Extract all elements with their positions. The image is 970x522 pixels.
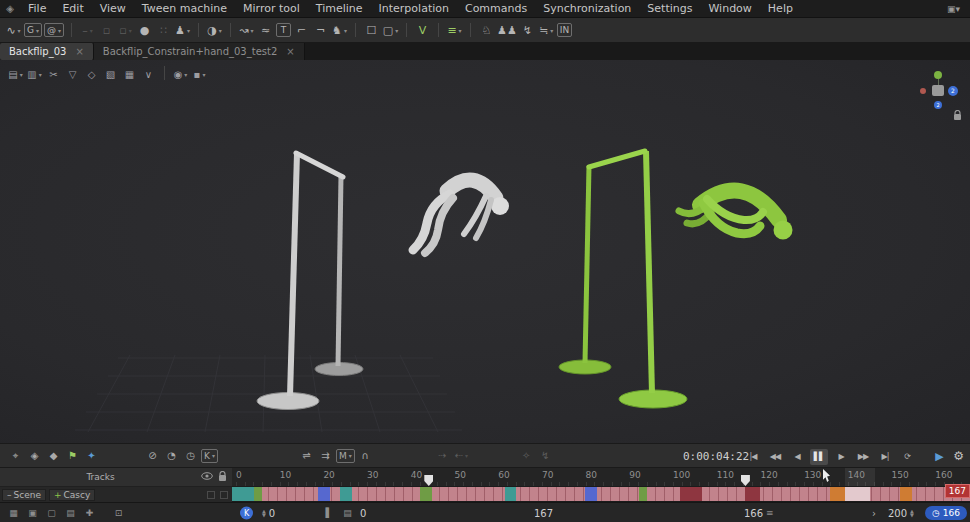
interpolation-tool-icon[interactable]: ≒	[538, 22, 555, 39]
mirror-mode-icon[interactable]: M	[336, 449, 355, 463]
expand-icon[interactable]: ⊡	[110, 504, 127, 521]
gizmo-x-axis-dot[interactable]	[920, 88, 926, 94]
add-track-icon[interactable]: ▦	[5, 504, 22, 521]
tab-close-icon[interactable]: ×	[286, 46, 294, 57]
autokey-icon[interactable]: K	[201, 449, 218, 463]
scene-canvas[interactable]	[0, 60, 970, 443]
step-forward-button[interactable]: ▶	[832, 449, 850, 465]
playhead-marker[interactable]	[424, 475, 433, 486]
interp-bezier-icon[interactable]: ⇉	[317, 447, 334, 464]
character-mode-icon[interactable]: ♟	[174, 22, 191, 39]
selection-box-icon[interactable]: ☐	[363, 22, 380, 39]
menu-item[interactable]: Timeline	[308, 0, 371, 18]
secondary-field[interactable]: 0	[360, 507, 366, 518]
track-list-icon[interactable]: ▤	[62, 504, 79, 521]
timer-icon[interactable]: ◷	[182, 447, 199, 464]
range-start-stepper[interactable]: ▲▼	[262, 509, 266, 517]
filter-icon[interactable]: ▽	[64, 66, 81, 83]
polygon-tool-icon[interactable]: ◇	[83, 66, 100, 83]
gizmo-axis-badge[interactable]: 2	[934, 101, 942, 109]
mesh-visibility-icon[interactable]: ▧	[102, 66, 119, 83]
gizmo-z-axis-badge[interactable]: 2	[948, 86, 958, 96]
expand-icon[interactable]: +	[54, 490, 62, 500]
loop-toggle-button[interactable]: ⟳	[898, 449, 916, 465]
angle-snap-icon[interactable]: ⌐	[293, 22, 310, 39]
center-selection-icon[interactable]: ⌖	[7, 447, 24, 464]
track-solo-toggle[interactable]	[220, 491, 228, 499]
rig-mode-icon[interactable]: ≡	[446, 22, 463, 39]
fixation-alt-icon[interactable]: ▫	[117, 22, 134, 39]
go-to-start-button[interactable]: |◀	[744, 449, 762, 465]
autokey-indicator[interactable]: K	[240, 506, 253, 519]
step-back-button[interactable]: ◀	[788, 449, 806, 465]
display-board-icon[interactable]: ▤	[7, 66, 24, 83]
menu-item[interactable]: Mirror tool	[235, 0, 308, 18]
menu-item[interactable]: Synchronization	[535, 0, 639, 18]
tab-backflip-constrain[interactable]: Backflip_Constrain+hand_03_test2 ×	[94, 43, 305, 60]
disable-interval-icon[interactable]: ⊘	[144, 447, 161, 464]
animation-cycle-icon[interactable]: ♞	[331, 22, 348, 39]
autoposing-icon[interactable]: @	[44, 23, 64, 37]
ik-visibility-icon[interactable]: V	[414, 22, 431, 39]
play-button[interactable]: ▶	[930, 449, 948, 465]
trajectory-icon[interactable]: ↝	[238, 22, 255, 39]
tab-backflip-03[interactable]: Backflip_03 ×	[0, 43, 94, 60]
gizmo-center-cube[interactable]	[932, 85, 944, 96]
cut-tool-icon[interactable]: ✂	[45, 66, 62, 83]
ghost-forward-icon[interactable]: ⇢	[434, 447, 451, 464]
track-mute-toggle[interactable]	[207, 491, 215, 499]
text-tool-icon[interactable]: T	[276, 23, 291, 37]
track-visibility-icon[interactable]: ▣	[24, 504, 41, 521]
clip-icon[interactable]: ▤	[339, 504, 356, 521]
menu-item[interactable]: Settings	[639, 0, 700, 18]
ghost-mode-icon[interactable]: G	[24, 23, 42, 37]
ghost-back-icon[interactable]: ⇠	[453, 447, 470, 464]
menu-item[interactable]: Commands	[457, 0, 535, 18]
menu-item[interactable]: File	[20, 0, 54, 18]
menu-item[interactable]: View	[92, 0, 134, 18]
prev-keyframe-button[interactable]: ◀◀	[766, 449, 784, 465]
end-frame-menu-icon[interactable]: ≡	[766, 508, 774, 518]
pose-jump-icon[interactable]: ♘	[478, 22, 495, 39]
audio-icon[interactable]: ∩	[357, 447, 374, 464]
advance-arrow-icon[interactable]: ›	[872, 507, 876, 518]
angle-snap-alt-icon[interactable]: ¬	[312, 22, 329, 39]
current-frame-field[interactable]: 167	[534, 507, 553, 518]
magnet-icon[interactable]: ↯	[537, 447, 554, 464]
next-keyframe-button[interactable]: ▶▶	[854, 449, 872, 465]
gizmo-y-axis-dot[interactable]	[934, 71, 942, 79]
collapse-icon[interactable]: –	[7, 490, 12, 500]
scene-track-chip[interactable]: – Scene	[2, 489, 46, 501]
keyframe-add-icon[interactable]: ◆	[45, 447, 62, 464]
multi-point-icon[interactable]: ∷	[155, 22, 172, 39]
keyframe-track[interactable]: 167	[232, 487, 970, 502]
viewport-3d[interactable]: ▤▥✂▽◇▧▦∨◉▪	[0, 60, 970, 443]
playback-end-field[interactable]: 200	[888, 507, 907, 518]
track-lock-icon[interactable]: ▢	[43, 504, 60, 521]
window-layout-icon[interactable]: ▣▾	[937, 4, 970, 14]
timing-icon[interactable]: ◔	[163, 447, 180, 464]
fixation-icon[interactable]: ▫	[98, 22, 115, 39]
fulcrum-icon[interactable]: ◈	[26, 447, 43, 464]
relax-tool-icon[interactable]: –	[79, 22, 96, 39]
grid-visibility-icon[interactable]: ▦	[121, 66, 138, 83]
playback-settings-icon[interactable]: ⚙	[953, 449, 964, 463]
go-to-end-button[interactable]: ▶|	[876, 449, 894, 465]
tab-close-icon[interactable]: ×	[75, 46, 83, 57]
camera-lock-icon[interactable]	[953, 106, 962, 125]
physics-tool-icon[interactable]: ↯	[519, 22, 536, 39]
timeline-ruler[interactable]: 0102030405060708090100110120130140150160	[232, 468, 970, 487]
pose-copy-icon[interactable]: ♟♟	[497, 22, 517, 39]
display-board-alt-icon[interactable]: ▥	[26, 66, 43, 83]
playhead-marker[interactable]	[741, 475, 750, 486]
navigation-gizmo[interactable]: 2 2	[918, 70, 958, 110]
menu-item[interactable]: Tween machine	[134, 0, 235, 18]
tracks-lock-icon[interactable]	[218, 471, 227, 484]
camera-icon[interactable]: ◉	[172, 66, 189, 83]
end-frame-field[interactable]: 166	[744, 507, 763, 518]
curve-select-icon[interactable]: ∿	[5, 22, 22, 39]
menu-item[interactable]: Help	[760, 0, 801, 18]
sphere-tool-icon[interactable]: ◑	[206, 22, 223, 39]
menu-item[interactable]: Interpolation	[371, 0, 457, 18]
duration-badge[interactable]: ◷ 166	[925, 506, 967, 520]
